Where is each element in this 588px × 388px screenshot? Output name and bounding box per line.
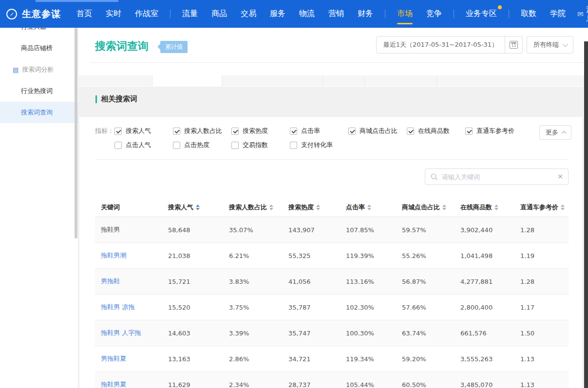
sort-arrows-icon[interactable] bbox=[494, 204, 498, 210]
tab-segment[interactable] bbox=[437, 75, 584, 86]
metric-checkbox-item[interactable]: 搜索人数占比 bbox=[173, 127, 231, 135]
sort-arrows-icon[interactable] bbox=[367, 204, 371, 210]
calendar-button[interactable]: 15 bbox=[505, 37, 522, 53]
keyword-cell[interactable]: 拖鞋男 凉拖 bbox=[101, 303, 168, 312]
metric-label: 搜索人数占比 bbox=[184, 127, 222, 135]
search-popularity-cell: 21,038 bbox=[168, 252, 229, 259]
nav-item[interactable]: 业务专区 bbox=[459, 0, 504, 28]
checkbox-icon[interactable] bbox=[173, 142, 180, 149]
page-scrollbar-thumb[interactable] bbox=[584, 41, 588, 388]
table-column-header[interactable]: 搜索人气 bbox=[168, 203, 229, 212]
sidebar-scrollbar-thumb[interactable] bbox=[75, 28, 77, 239]
table-column-header[interactable]: 商城点击占比 bbox=[402, 203, 460, 212]
nav-item-label: 作战室 bbox=[135, 9, 158, 19]
tab-segment[interactable] bbox=[365, 75, 437, 86]
nav-item[interactable]: 学院 bbox=[543, 0, 572, 28]
keyword-search-input[interactable] bbox=[442, 173, 553, 181]
header-divider bbox=[90, 62, 584, 63]
table-column-header[interactable]: 在线商品数 bbox=[460, 203, 520, 212]
filters-divider bbox=[95, 159, 569, 160]
nav-item[interactable]: 市场 bbox=[390, 0, 419, 28]
nav-divider bbox=[454, 10, 454, 18]
metric-checkbox-item[interactable]: 搜索人气 bbox=[114, 127, 173, 135]
column-header-label: 搜索人数占比 bbox=[229, 203, 267, 212]
nav-item[interactable]: 取数 bbox=[514, 0, 543, 28]
nav-item[interactable]: 商品 bbox=[205, 0, 234, 28]
keyword-cell[interactable]: 拖鞋男夏 bbox=[101, 380, 168, 388]
sort-arrows-icon[interactable] bbox=[196, 204, 200, 210]
metric-checkbox-item[interactable]: 直通车参考价 bbox=[465, 127, 524, 135]
sidebar-item[interactable]: ▤ 行业大盘 bbox=[0, 28, 78, 37]
keyword-cell[interactable]: 男拖鞋 bbox=[101, 277, 168, 286]
sidebar-item[interactable]: ▤ 搜索词查询 bbox=[0, 102, 78, 123]
table-column-header[interactable]: 搜索热度 bbox=[288, 203, 346, 212]
online-products-cell: 4,277,881 bbox=[460, 278, 520, 285]
metric-checkbox-item[interactable]: 支付转化率 bbox=[290, 141, 348, 149]
nav-item-label: 财务 bbox=[358, 9, 373, 19]
keyword-cell[interactable]: 男拖鞋夏 bbox=[101, 354, 168, 363]
nav-item[interactable]: 营销 bbox=[322, 0, 351, 28]
nav-item[interactable]: 财务 bbox=[351, 0, 380, 28]
nav-item[interactable]: 物流 bbox=[292, 0, 322, 28]
checkbox-icon[interactable] bbox=[114, 128, 122, 135]
metric-checkbox-item[interactable]: 点击率 bbox=[290, 127, 348, 135]
table-column-header[interactable]: 关键词 bbox=[101, 203, 168, 212]
keyword-cell[interactable]: 拖鞋男潮 bbox=[101, 251, 168, 260]
online-products-cell: 661,576 bbox=[460, 330, 520, 337]
tab-segment[interactable] bbox=[152, 75, 222, 86]
sidebar-item[interactable]: ▤ 行业热搜词 bbox=[0, 80, 78, 102]
keyword-cell[interactable]: 拖鞋男 人字拖 bbox=[101, 329, 168, 337]
sidebar-item[interactable]: ▤ 商品店铺榜 bbox=[0, 37, 78, 59]
metric-checkbox-item[interactable]: 交易指数 bbox=[231, 141, 290, 149]
mall-click-share-cell: 57.66% bbox=[402, 304, 460, 311]
sort-asc-icon bbox=[196, 204, 200, 207]
table-column-header[interactable]: 搜索人数占比 bbox=[229, 203, 288, 212]
metric-checkbox-item[interactable]: 商城点击占比 bbox=[348, 127, 407, 135]
nav-item-label: 学院 bbox=[550, 9, 566, 19]
metric-checkbox-item[interactable]: 点击热度 bbox=[173, 141, 231, 149]
checkbox-icon[interactable] bbox=[465, 128, 473, 135]
tab-segment[interactable] bbox=[78, 75, 152, 86]
tab-segment[interactable] bbox=[323, 75, 365, 86]
checkbox-icon[interactable] bbox=[231, 128, 239, 135]
messages-button[interactable]: ✉ 消息 bbox=[572, 5, 588, 23]
nav-item[interactable]: 首页 bbox=[70, 0, 99, 28]
checkbox-icon[interactable] bbox=[231, 142, 239, 149]
keyword-cell[interactable]: 拖鞋男 bbox=[101, 225, 168, 234]
sort-desc-icon bbox=[561, 208, 565, 210]
terminal-dropdown[interactable]: 所有终端 bbox=[527, 36, 573, 54]
search-popularity-cell: 13,163 bbox=[168, 355, 229, 363]
metric-checkbox-item[interactable]: 在线商品数 bbox=[407, 127, 465, 135]
date-range-picker[interactable]: 最近1天（2017-05-31~2017-05-31） 15 bbox=[376, 36, 523, 54]
sort-arrows-icon[interactable] bbox=[269, 204, 273, 210]
checkbox-icon[interactable] bbox=[114, 142, 122, 149]
ztc-reference-price-cell: 1.17 bbox=[520, 304, 569, 311]
metric-checkbox-item[interactable]: 点击人气 bbox=[114, 141, 173, 149]
nav-item[interactable]: 交易 bbox=[234, 0, 263, 28]
tab-segment[interactable] bbox=[222, 75, 323, 86]
clear-search-icon[interactable]: × bbox=[557, 172, 563, 180]
table-column-header[interactable]: 直通车参考价 bbox=[520, 203, 569, 212]
nav-item[interactable]: 流量 bbox=[175, 0, 205, 28]
sort-arrows-icon[interactable] bbox=[442, 204, 446, 210]
more-button[interactable]: 更多 bbox=[539, 125, 571, 140]
nav-item-label: 取数 bbox=[521, 9, 536, 19]
checkbox-icon[interactable] bbox=[173, 128, 180, 135]
nav-item[interactable]: 服务 bbox=[263, 0, 292, 28]
checkbox-icon[interactable] bbox=[407, 128, 414, 135]
metric-checkbox-item[interactable]: 搜索热度 bbox=[231, 127, 290, 135]
checkbox-icon[interactable] bbox=[290, 128, 297, 135]
nav-item[interactable]: 实时 bbox=[99, 0, 128, 28]
table-column-header[interactable]: 点击率 bbox=[346, 203, 402, 212]
search-popularity-cell: 15,520 bbox=[168, 304, 229, 311]
checkbox-icon[interactable] bbox=[348, 128, 356, 135]
nav-item[interactable]: 竞争 bbox=[419, 0, 449, 28]
table-row: 拖鞋男 58,648 35.07% 143,907 107.85% 59.57%… bbox=[95, 217, 569, 243]
nav-item[interactable]: 作战室 bbox=[128, 0, 165, 28]
nav-item-label: 商品 bbox=[211, 9, 227, 19]
sort-arrows-icon[interactable] bbox=[561, 204, 565, 210]
sidebar-item[interactable]: ▤ 搜索词分析 bbox=[0, 59, 78, 80]
brand[interactable]: 生意参谋 bbox=[0, 8, 70, 20]
sort-arrows-icon[interactable] bbox=[316, 204, 320, 210]
checkbox-icon[interactable] bbox=[290, 142, 297, 149]
